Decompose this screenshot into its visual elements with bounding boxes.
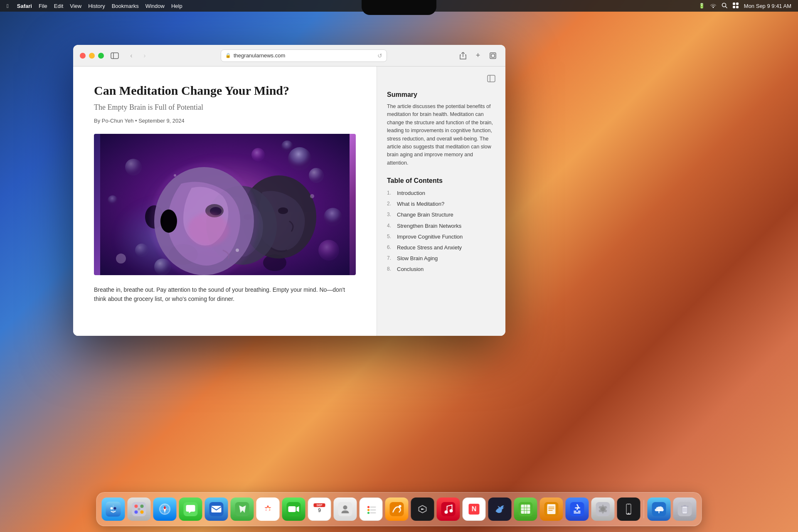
svg-point-52 [140,510,144,514]
svg-point-87 [445,510,448,514]
dock-item-launchpad[interactable] [128,498,151,521]
svg-point-49 [135,505,138,508]
dock-item-trash[interactable] [673,498,697,521]
dock-item-news[interactable]: N [463,498,486,521]
dock-item-appletv[interactable] [411,498,434,521]
toc-title: Table of Contents [387,177,495,185]
dock-item-appstore[interactable] [566,498,589,521]
dock-item-numbers[interactable] [514,498,537,521]
dock-item-messages[interactable] [179,498,202,521]
menubar-app-name[interactable]: Safari [17,3,32,9]
toc-list: 1.Introduction2.What is Meditation?3.Cha… [387,190,495,273]
dock-item-iphone[interactable] [617,498,640,521]
sidebar-toggle-button[interactable] [109,50,121,62]
dock-item-facetime[interactable] [282,498,305,521]
toc-list-item[interactable]: 4.Strengthen Brain Networks [387,222,495,230]
minimize-button[interactable] [89,53,95,59]
menubar-edit[interactable]: Edit [54,3,63,9]
dock-item-contacts[interactable] [334,498,357,521]
dock-item-settings[interactable] [591,498,615,521]
dock-item-twitterrific[interactable] [488,498,512,521]
toc-list-item[interactable]: 7.Slow Brain Aging [387,255,495,262]
menubar-history[interactable]: History [88,3,105,9]
back-button[interactable]: ‹ [126,50,137,62]
svg-rect-42 [488,75,495,82]
toc-list-item[interactable]: 8.Conclusion [387,266,495,273]
svg-rect-86 [441,502,456,516]
toc-item-label: Improve Cognitive Function [397,233,463,241]
control-center-icon[interactable] [732,2,739,10]
svg-point-45 [111,507,113,510]
toc-item-label: Introduction [397,190,425,197]
menubar-datetime[interactable]: Mon Sep 9 9:41 AM [744,3,791,9]
svg-point-80 [367,512,369,514]
svg-point-17 [324,208,342,226]
dock-item-calendar[interactable]: SEP 9 [308,498,331,521]
tab-overview-button[interactable] [487,50,499,62]
reload-button[interactable]: ↺ [377,52,382,59]
dock-item-safari[interactable] [153,498,177,521]
svg-point-26 [278,207,288,214]
dock-item-pages[interactable] [540,498,563,521]
dock-item-music[interactable] [437,498,460,521]
menubar-file[interactable]: File [39,3,47,9]
svg-point-53 [138,508,140,510]
dock-item-finder[interactable] [102,498,125,521]
toc-list-item[interactable]: 2.What is Meditation? [387,200,495,208]
address-bar[interactable]: 🔒 thegranularnews.com ↺ [221,49,387,62]
dock-item-mail[interactable] [205,498,228,521]
article-subtitle: The Empty Brain is Full of Potential [94,103,356,112]
toc-list-item[interactable]: 6.Reduce Stress and Anxiety [387,244,495,251]
dock-separator [644,500,644,518]
menubar-left:  Safari File Edit View History Bookmark… [7,3,182,9]
svg-point-51 [135,510,138,514]
toc-item-number: 7. [387,255,394,262]
close-button[interactable] [80,53,86,59]
spotlight-icon[interactable] [722,2,727,10]
svg-rect-6 [111,53,118,59]
dock-item-icloud[interactable] [648,498,671,521]
toc-item-number: 4. [387,222,394,230]
svg-point-18 [135,244,148,257]
svg-point-34 [160,209,177,233]
lock-icon: 🔒 [225,53,231,58]
svg-point-14 [309,168,324,183]
svg-point-15 [281,140,293,152]
sidebar-columns-button[interactable] [487,75,495,84]
apple-menu[interactable]:  [7,3,9,9]
share-button[interactable] [457,50,469,62]
forward-button[interactable]: › [139,50,150,62]
article-area[interactable]: Can Meditation Change Your Mind? The Emp… [73,66,377,336]
svg-point-74 [343,505,347,510]
toc-item-number: 2. [387,200,394,208]
article-body: Breathe in, breathe out. Pay attention t… [94,285,356,304]
menubar-view[interactable]: View [70,3,81,9]
dock-item-photos[interactable] [256,498,280,521]
svg-point-41 [310,194,314,198]
maximize-button[interactable] [98,53,104,59]
svg-point-35 [187,213,229,246]
toc-item-number: 6. [387,244,394,251]
toc-item-label: Conclusion [397,266,424,273]
safari-toolbar: ‹ › 🔒 thegranularnews.com ↺ + [73,45,505,66]
toc-list-item[interactable]: 5.Improve Cognitive Function [387,233,495,241]
svg-rect-111 [628,504,630,505]
new-tab-button[interactable]: + [472,50,484,62]
svg-rect-82 [390,502,404,516]
dock-item-maps[interactable] [231,498,254,521]
svg-rect-62 [212,506,222,512]
toc-list-item[interactable]: 1.Introduction [387,190,495,197]
svg-point-110 [628,513,629,514]
url-text: thegranularnews.com [234,52,285,59]
toc-list-item[interactable]: 3.Change Brain Structure [387,211,495,219]
dock-item-freeform[interactable] [385,498,409,521]
menubar-window[interactable]: Window [145,3,165,9]
dock-item-reminders[interactable] [360,498,383,521]
svg-text:9: 9 [318,507,321,513]
svg-point-20 [108,195,118,205]
article-body-text: Breathe in, breathe out. Pay attention t… [94,285,356,304]
menubar-help[interactable]: Help [171,3,182,9]
summary-section: Summary The article discusses the potent… [387,91,495,167]
article-byline: By Po-Chun Yeh • September 9, 2024 [94,118,356,124]
menubar-bookmarks[interactable]: Bookmarks [112,3,139,9]
